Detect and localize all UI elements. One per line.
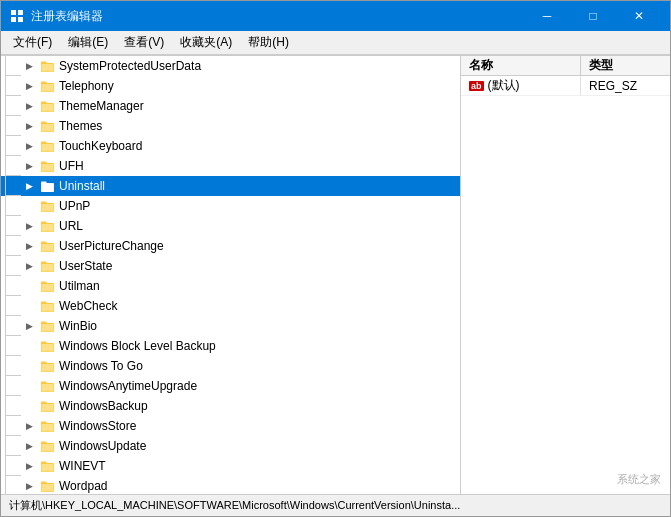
expand-arrow-Uninstall[interactable]: [21, 178, 37, 194]
tree-item-label-Utilman: Utilman: [59, 279, 100, 293]
svg-rect-45: [42, 324, 54, 332]
expand-arrow-UserPictureChange[interactable]: [21, 238, 37, 254]
tree-item-label-WINEVT: WINEVT: [59, 459, 106, 473]
expand-arrow-ThemeManager[interactable]: [21, 98, 37, 114]
minimize-button[interactable]: ─: [524, 1, 570, 31]
menu-item-编辑(E)[interactable]: 编辑(E): [60, 32, 116, 53]
folder-icon-WindowsUpdate: [40, 438, 56, 454]
tree-item-label-UserState: UserState: [59, 259, 112, 273]
tree-indent-line: [5, 356, 21, 376]
expand-arrow-WindowsAnytimeUpgrade[interactable]: [21, 378, 37, 394]
status-bar: 计算机\HKEY_LOCAL_MACHINE\SOFTWARE\Microsof…: [1, 494, 670, 516]
menu-item-收藏夹(A)[interactable]: 收藏夹(A): [172, 32, 240, 53]
expand-arrow-WindowsToGo[interactable]: [21, 358, 37, 374]
tree-item-label-WebCheck: WebCheck: [59, 299, 117, 313]
expand-arrow-WindowsBackup[interactable]: [21, 398, 37, 414]
svg-rect-57: [42, 404, 54, 412]
svg-rect-18: [42, 144, 54, 152]
tree-item-ThemeManager[interactable]: ThemeManager: [1, 96, 460, 116]
tree-item-WindowsUpdate[interactable]: WindowsUpdate: [1, 436, 460, 456]
expand-arrow-UPnP[interactable]: [21, 198, 37, 214]
expand-arrow-Themes[interactable]: [21, 118, 37, 134]
expand-arrow-Telephony[interactable]: [21, 78, 37, 94]
expand-arrow-WindowsBlockLevelBackup[interactable]: [21, 338, 37, 354]
tree-indent-line: [5, 76, 21, 96]
tree-item-label-Telephony: Telephony: [59, 79, 114, 93]
tree-indent-line: [5, 416, 21, 436]
folder-icon-ThemeManager: [40, 98, 56, 114]
close-button[interactable]: ✕: [616, 1, 662, 31]
right-cell-name: ab(默认): [461, 76, 581, 95]
tree-item-UserPictureChange[interactable]: UserPictureChange: [1, 236, 460, 256]
expand-arrow-UFH[interactable]: [21, 158, 37, 174]
folder-icon-TouchKeyboard: [40, 138, 56, 154]
tree-item-TouchKeyboard[interactable]: TouchKeyboard: [1, 136, 460, 156]
expand-arrow-Utilman[interactable]: [21, 278, 37, 294]
expand-arrow-WindowsStore[interactable]: [21, 418, 37, 434]
svg-rect-1: [18, 10, 23, 15]
svg-rect-0: [11, 10, 16, 15]
title-bar: 注册表编辑器 ─ □ ✕: [1, 1, 670, 31]
tree-indent-line: [5, 456, 21, 476]
svg-rect-66: [42, 464, 54, 472]
tree-indent-line: [5, 176, 21, 196]
expand-arrow-WindowsUpdate[interactable]: [21, 438, 37, 454]
expand-arrow-TouchKeyboard[interactable]: [21, 138, 37, 154]
expand-arrow-WINEVT[interactable]: [21, 458, 37, 474]
expand-arrow-SystemProtectedUserData[interactable]: [21, 58, 37, 74]
folder-icon-UPnP: [40, 198, 56, 214]
tree-item-WINEVT[interactable]: WINEVT: [1, 456, 460, 476]
maximize-button[interactable]: □: [570, 1, 616, 31]
svg-rect-54: [42, 384, 54, 392]
tree-item-WinBio[interactable]: WinBio: [1, 316, 460, 336]
menu-item-查看(V)[interactable]: 查看(V): [116, 32, 172, 53]
tree-item-label-Themes: Themes: [59, 119, 102, 133]
right-row[interactable]: ab(默认)REG_SZ: [461, 76, 670, 96]
folder-icon-UFH: [40, 158, 56, 174]
tree-item-Telephony[interactable]: Telephony: [1, 76, 460, 96]
tree-item-label-WindowsStore: WindowsStore: [59, 419, 136, 433]
expand-arrow-WebCheck[interactable]: [21, 298, 37, 314]
tree-item-WindowsAnytimeUpgrade[interactable]: WindowsAnytimeUpgrade: [1, 376, 460, 396]
folder-icon-WindowsBackup: [40, 398, 56, 414]
tree-item-Wordpad[interactable]: Wordpad: [1, 476, 460, 494]
tree-item-UPnP[interactable]: UPnP: [1, 196, 460, 216]
expand-arrow-Wordpad[interactable]: [21, 478, 37, 494]
folder-icon-Utilman: [40, 278, 56, 294]
expand-arrow-UserState[interactable]: [21, 258, 37, 274]
tree-item-UserState[interactable]: UserState: [1, 256, 460, 276]
tree-panel[interactable]: SystemProtectedUserData Telephony ThemeM…: [1, 56, 461, 494]
tree-indent-line: [5, 236, 21, 256]
folder-icon-UserPictureChange: [40, 238, 56, 254]
right-panel[interactable]: 名称 类型 ab(默认)REG_SZ: [461, 56, 670, 494]
folder-icon-Themes: [40, 118, 56, 134]
expand-arrow-URL[interactable]: [21, 218, 37, 234]
tree-item-Themes[interactable]: Themes: [1, 116, 460, 136]
tree-item-WindowsToGo[interactable]: Windows To Go: [1, 356, 460, 376]
tree-item-Uninstall[interactable]: Uninstall: [1, 176, 460, 196]
svg-rect-33: [42, 244, 54, 252]
tree-item-Utilman[interactable]: Utilman: [1, 276, 460, 296]
tree-indent-line: [5, 396, 21, 416]
tree-indent-line: [5, 316, 21, 336]
folder-icon-WindowsBlockLevelBackup: [40, 338, 56, 354]
svg-rect-30: [42, 224, 54, 232]
tree-item-URL[interactable]: URL: [1, 216, 460, 236]
tree-indent-line: [5, 96, 21, 116]
folder-icon-Telephony: [40, 78, 56, 94]
menu-item-文件(F)[interactable]: 文件(F): [5, 32, 60, 53]
expand-arrow-WinBio[interactable]: [21, 318, 37, 334]
tree-item-WindowsBackup[interactable]: WindowsBackup: [1, 396, 460, 416]
tree-item-UFH[interactable]: UFH: [1, 156, 460, 176]
svg-rect-9: [42, 84, 54, 92]
tree-item-WebCheck[interactable]: WebCheck: [1, 296, 460, 316]
tree-item-label-Wordpad: Wordpad: [59, 479, 107, 493]
folder-icon-WindowsStore: [40, 418, 56, 434]
tree-item-WindowsBlockLevelBackup[interactable]: Windows Block Level Backup: [1, 336, 460, 356]
col-name-header: 名称: [461, 56, 581, 75]
tree-item-SystemProtectedUserData[interactable]: SystemProtectedUserData: [1, 56, 460, 76]
tree-item-label-WindowsAnytimeUpgrade: WindowsAnytimeUpgrade: [59, 379, 197, 393]
menu-item-帮助(H)[interactable]: 帮助(H): [240, 32, 297, 53]
tree-item-WindowsStore[interactable]: WindowsStore: [1, 416, 460, 436]
window-title: 注册表编辑器: [31, 8, 524, 25]
